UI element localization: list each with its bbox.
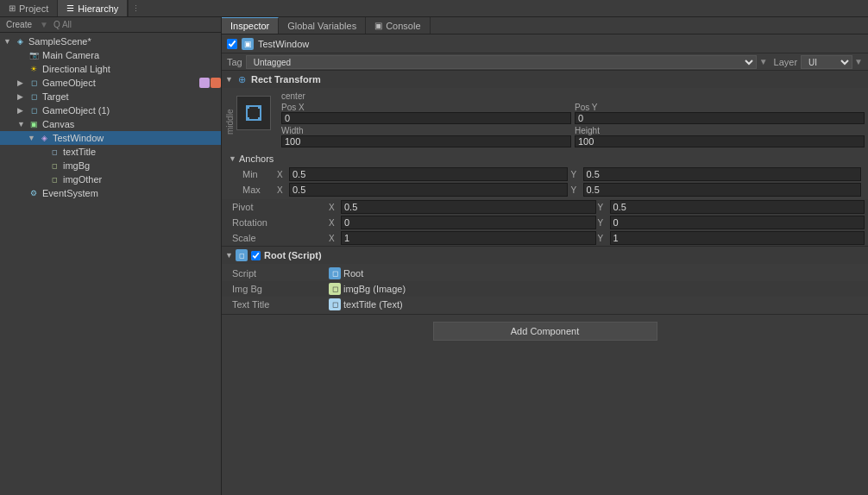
tag-label: Tag — [227, 57, 242, 67]
inspector-tabs: Inspector Global Variables ▣ Console — [222, 17, 868, 34]
tab-hierarchy[interactable]: ☰ Hierarchy — [58, 0, 128, 16]
imgbg-row: Img Bg ◻ imgBg (Image) — [222, 281, 868, 297]
tree-label-gameobject1: GameObject (1) — [42, 105, 110, 116]
width-field[interactable] — [281, 135, 571, 147]
root-script-arrow: ▼ — [225, 251, 236, 260]
tab-project[interactable]: ⊞ Project — [0, 0, 58, 16]
pos-x-label: Pos X — [281, 103, 571, 112]
gameobject-enabled-checkbox[interactable] — [227, 39, 237, 49]
rotation-y-field[interactable] — [610, 216, 865, 229]
anchors-max-y-axis: Y — [571, 185, 582, 195]
script-value-group: ◻ Root — [329, 267, 865, 279]
tree-label-eventsystem: EventSystem — [42, 188, 98, 198]
anchor-inner-box — [246, 105, 261, 121]
rotation-row: Rotation X Y — [222, 215, 868, 230]
add-component-button[interactable]: Add Component — [433, 322, 657, 341]
main-layout: Create ▼ Q All ▼ ◈ SampleScene* ▶ 📷 Main… — [0, 17, 868, 495]
tree-label-imgbg: imgBg — [63, 160, 90, 171]
root-script-header[interactable]: ▼ ◻ Root (Script) — [222, 247, 868, 264]
anchors-min-x-axis: X — [277, 170, 287, 179]
search-all[interactable]: Q All — [53, 20, 72, 29]
gameobj-icon: ◻ — [28, 77, 40, 89]
tree-item-canvas[interactable]: ▼ ▣ Canvas — [0, 117, 221, 131]
tree-item-gameobject[interactable]: ▶ ◻ GameObject — [0, 76, 221, 90]
root-script-props: Script ◻ Root Img Bg ◻ imgBg (Image) — [222, 264, 868, 314]
tab-console[interactable]: ▣ Console — [366, 17, 430, 34]
texttitle-value: textTitle (Text) — [343, 299, 403, 310]
inspector-panel: Inspector Global Variables ▣ Console ▣ T… — [222, 17, 868, 495]
camera-icon: 📷 — [28, 49, 40, 61]
tree-item-maincamera[interactable]: ▶ 📷 Main Camera — [0, 48, 221, 62]
inspector-content: ▣ TestWindow Tag Untagged ▼ Layer UI ▼ ▼ — [222, 34, 868, 495]
tag-dropdown[interactable]: Untagged — [246, 55, 757, 69]
anchors-header[interactable]: ▼ Anchors — [225, 151, 865, 166]
hierarchy-options-icon[interactable]: ⋮ — [132, 4, 140, 13]
pivot-y-field[interactable] — [610, 200, 865, 214]
anchors-min-row: Min X Y — [225, 166, 865, 182]
rotation-x-field[interactable] — [341, 216, 596, 229]
rect-transform-section: ▼ ⊕ Rect Transform middle — [222, 71, 868, 247]
tree-item-directionallight[interactable]: ▶ ☀ Directional Light — [0, 62, 221, 76]
scale-x-field[interactable] — [341, 231, 596, 245]
width-label: Width — [281, 126, 571, 135]
arrow-target: ▶ — [17, 92, 28, 101]
tree-item-testwindow[interactable]: ▼ ◈ TestWindow — [0, 131, 221, 145]
tree-item-gameobject1[interactable]: ▶ ◻ GameObject (1) — [0, 103, 221, 117]
script-ref-icon: ◻ — [329, 267, 341, 279]
anchor-dot-tr — [258, 105, 261, 109]
scale-x-axis: X — [329, 234, 339, 243]
rect-transform-header[interactable]: ▼ ⊕ Rect Transform — [222, 71, 868, 88]
anchors-min-x-group: X — [277, 167, 568, 181]
tab-global-variables[interactable]: Global Variables — [279, 17, 366, 34]
script-label: Script — [225, 268, 329, 279]
center-label: center — [281, 91, 865, 101]
texttitle-row: Text Title ◻ textTitle (Text) — [222, 297, 868, 312]
root-script-enabled-checkbox[interactable] — [251, 251, 261, 260]
tree-item-imgbg[interactable]: ▶ ◻ imgBg — [0, 159, 221, 172]
eventsystem-icon: ⚙ — [28, 187, 40, 199]
tree-label-maincamera: Main Camera — [42, 50, 99, 60]
imgbg-value: imgBg (Image) — [343, 284, 406, 294]
anchors-max-y-field[interactable] — [583, 183, 862, 197]
tab-inspector[interactable]: Inspector — [222, 17, 279, 34]
tree-item-target[interactable]: ▶ ◻ Target — [0, 90, 221, 103]
pos-y-label: Pos Y — [575, 103, 865, 112]
imgbg-label: Img Bg — [225, 284, 329, 294]
pos-x-field[interactable] — [281, 112, 571, 124]
gameobj-badge1 — [199, 78, 210, 88]
scale-y-field[interactable] — [610, 231, 865, 245]
hierarchy-toolbar: Create ▼ Q All — [0, 17, 221, 33]
toolbar-separator: ▼ — [40, 20, 48, 29]
anchor-dot-br — [258, 117, 261, 121]
pivot-x-field[interactable] — [341, 200, 596, 214]
anchors-max-row: Max X Y — [225, 182, 865, 197]
tree-label-testwindow: TestWindow — [53, 133, 104, 143]
hierarchy-tree: ▼ ◈ SampleScene* ▶ 📷 Main Camera ▶ ☀ Dir… — [0, 33, 221, 495]
tree-item-samplescene[interactable]: ▼ ◈ SampleScene* — [0, 34, 221, 48]
pos-y-field[interactable] — [575, 112, 865, 124]
tree-item-texttitle[interactable]: ▶ ◻ textTitle — [0, 145, 221, 159]
tree-item-eventsystem[interactable]: ▶ ⚙ EventSystem — [0, 186, 221, 200]
gameobject-name: TestWindow — [258, 39, 309, 49]
anchors-min-y-axis: Y — [571, 170, 582, 179]
tree-label-canvas: Canvas — [42, 119, 74, 129]
height-field[interactable] — [575, 135, 865, 147]
anchors-max-x-field[interactable] — [289, 183, 568, 197]
layer-dropdown[interactable]: UI — [801, 55, 852, 69]
anchors-min-y-field[interactable] — [583, 167, 862, 181]
anchors-max-y-group: Y — [571, 183, 862, 197]
pivot-label: Pivot — [225, 202, 329, 212]
tree-label-target: Target — [42, 91, 69, 102]
anchors-min-x-field[interactable] — [289, 167, 568, 181]
create-button[interactable]: Create — [3, 20, 35, 29]
gameobject-icon: ▣ — [242, 38, 254, 50]
pos-row: Pos X Pos Y — [281, 103, 865, 124]
anchor-widget[interactable] — [236, 96, 271, 130]
target-icon: ◻ — [28, 91, 40, 103]
tree-item-imgother[interactable]: ▶ ◻ imgOther — [0, 172, 221, 186]
height-group: Height — [575, 126, 865, 147]
hierarchy-panel: Create ▼ Q All ▼ ◈ SampleScene* ▶ 📷 Main… — [0, 17, 222, 495]
gameobj-badges — [199, 78, 221, 88]
rotation-y-axis: Y — [598, 218, 608, 228]
middle-label: middle — [225, 91, 235, 135]
